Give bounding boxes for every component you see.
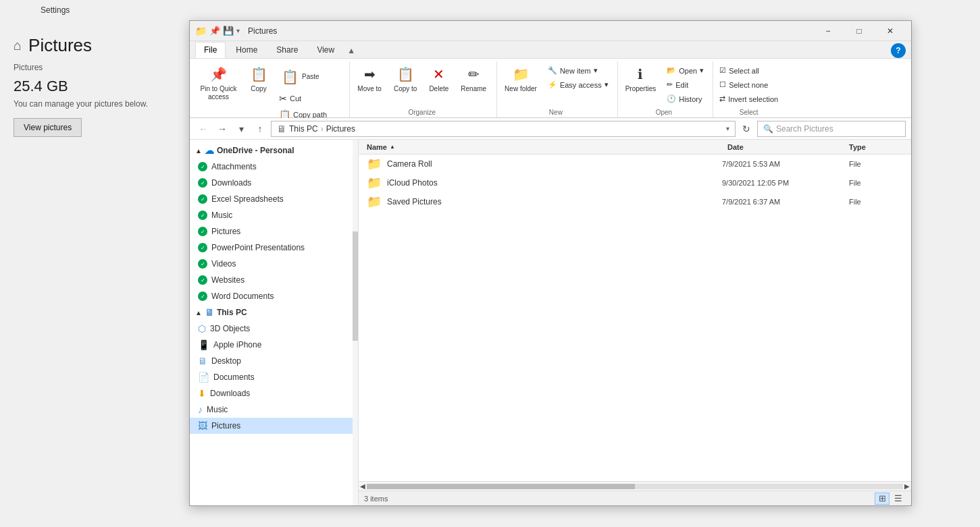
view-pictures-button[interactable]: View pictures: [14, 118, 82, 137]
h-scrollbar-thumb: [367, 484, 635, 489]
titlebar-dropdown-icon[interactable]: ▾: [236, 27, 240, 34]
sidebar-item-powerpoint[interactable]: ✓ PowerPoint Presentations: [190, 240, 358, 256]
sidebar-item-documents[interactable]: 📄 Documents: [190, 369, 358, 385]
open-icon: 📂: [667, 66, 676, 75]
sidebar-item-excel[interactable]: ✓ Excel Spreadsheets: [190, 191, 358, 207]
copy-icon: 📋: [249, 65, 268, 84]
properties-button[interactable]: ℹ Properties: [621, 61, 661, 96]
column-header-date[interactable]: Date: [727, 143, 849, 151]
sidebar-item-downloads[interactable]: ⬇ Downloads: [190, 385, 358, 401]
new-item-button[interactable]: 🔧 New item ▾: [544, 64, 612, 77]
pin-to-quick-access-button[interactable]: 📌 Pin to Quick access: [195, 61, 242, 105]
sidebar-item-apple-iphone[interactable]: 📱 Apple iPhone: [190, 337, 358, 353]
maximize-button[interactable]: □: [844, 21, 875, 41]
sidebar-music-label: Music: [207, 405, 353, 414]
clipboard-group: 📌 Pin to Quick access 📋 Copy 📋 Paste ✂: [192, 61, 350, 117]
settings-size: 25.4 GB: [14, 78, 176, 95]
column-header-type[interactable]: Type: [849, 143, 903, 151]
address-this-pc[interactable]: This PC: [289, 124, 318, 134]
sidebar-onedrive-header[interactable]: ▲ ☁ OneDrive - Personal: [190, 142, 358, 159]
edit-button[interactable]: ✏ Edit: [663, 78, 707, 91]
delete-icon: ✕: [430, 65, 448, 84]
recent-locations-button[interactable]: ▾: [233, 121, 249, 137]
select-all-button[interactable]: ☑ Select all: [716, 64, 781, 77]
titlebar-pin-icon: 📌: [209, 26, 220, 36]
tab-share[interactable]: Share: [267, 42, 307, 58]
ribbon-collapse-icon[interactable]: ▲: [344, 43, 358, 58]
invert-selection-button[interactable]: ⇄ Invert selection: [716, 92, 781, 105]
forward-button[interactable]: →: [214, 121, 230, 137]
file-date-icloud-photos: 9/30/2021 12:05 PM: [722, 179, 844, 187]
sidebar-item-music[interactable]: ♪ Music: [190, 401, 358, 418]
sidebar-websites-label: Websites: [211, 275, 353, 285]
delete-button[interactable]: ✕ Delete: [424, 61, 453, 96]
ribbon-help-button[interactable]: ?: [891, 43, 906, 58]
open-button[interactable]: 📂 Open ▾: [663, 64, 707, 77]
sidebar-item-pictures[interactable]: 🖼 Pictures: [190, 418, 358, 434]
new-group: 📁 New folder 🔧 New item ▾ ⚡ Easy access …: [497, 61, 618, 117]
settings-page-title: Pictures: [28, 35, 92, 56]
file-item-icloud-photos[interactable]: 📁 iCloud Photos 9/30/2021 12:05 PM File: [359, 173, 911, 192]
sidebar-item-attachments[interactable]: ✓ Attachments: [190, 159, 358, 175]
close-button[interactable]: ✕: [875, 21, 906, 41]
sidebar-item-3d-objects[interactable]: ⬡ 3D Objects: [190, 321, 358, 337]
open-column: 📂 Open ▾ ✏ Edit 🕐 History: [663, 61, 707, 105]
tab-view[interactable]: View: [308, 42, 343, 58]
new-item-icon: 🔧: [548, 66, 557, 75]
titlebar-title: Pictures: [248, 26, 277, 36]
this-pc-chevron-icon: ▲: [195, 309, 202, 316]
back-button[interactable]: ←: [195, 121, 211, 137]
cut-button[interactable]: ✂ Cut: [276, 91, 344, 106]
sidebar-item-desktop[interactable]: 🖥 Desktop: [190, 353, 358, 369]
address-bar[interactable]: 🖥 This PC › Pictures ▾: [271, 121, 736, 137]
sidebar-item-music-od[interactable]: ✓ Music: [190, 207, 358, 223]
scroll-right-icon[interactable]: ▶: [904, 482, 910, 490]
move-to-icon: ➡: [360, 65, 379, 84]
details-view-button[interactable]: ⊞: [875, 493, 889, 505]
up-button[interactable]: ↑: [252, 121, 268, 137]
history-button[interactable]: 🕐 History: [663, 92, 707, 105]
sidebar-item-websites[interactable]: ✓ Websites: [190, 272, 358, 288]
copy-to-button[interactable]: 📋 Copy to: [389, 61, 421, 96]
tab-file[interactable]: File: [195, 42, 226, 58]
new-group-label: New: [500, 107, 612, 117]
file-type-icloud-photos: File: [849, 179, 903, 187]
sidebar-item-word[interactable]: ✓ Word Documents: [190, 288, 358, 304]
address-separator: ›: [321, 124, 324, 134]
rename-icon: ✏: [464, 65, 483, 84]
easy-access-icon: ⚡: [548, 80, 557, 89]
column-headers: Name ▲ Date Type: [359, 140, 911, 155]
settings-description: You can manage your pictures below.: [14, 99, 176, 109]
refresh-button[interactable]: ↻: [738, 121, 754, 137]
view-toggle-buttons: ⊞ ☰: [875, 493, 906, 505]
titlebar-save-icon: 💾: [223, 26, 234, 36]
sidebar-item-videos-od[interactable]: ✓ Videos: [190, 256, 358, 272]
sidebar-3d-label: 3D Objects: [210, 324, 353, 333]
tab-home[interactable]: Home: [227, 42, 266, 58]
home-icon: ⌂: [14, 38, 22, 53]
sidebar-item-pictures-od[interactable]: ✓ Pictures: [190, 223, 358, 240]
address-dropdown-icon[interactable]: ▾: [726, 125, 729, 132]
file-type-camera-roll: File: [849, 160, 903, 168]
scroll-left-icon[interactable]: ◀: [360, 482, 365, 490]
move-to-button[interactable]: ➡ Move to: [353, 61, 386, 96]
search-bar[interactable]: 🔍 Search Pictures: [757, 121, 906, 137]
horizontal-scrollbar[interactable]: ◀ ▶: [359, 481, 911, 491]
sidebar-this-pc-label: This PC: [217, 308, 247, 317]
sidebar-item-downloads-od[interactable]: ✓ Downloads: [190, 175, 358, 191]
list-view-button[interactable]: ☰: [891, 493, 906, 505]
select-none-button[interactable]: ☐ Select none: [716, 78, 781, 91]
new-folder-button[interactable]: 📁 New folder: [500, 61, 542, 96]
column-header-name[interactable]: Name ▲: [367, 143, 727, 151]
address-pictures[interactable]: Pictures: [326, 124, 355, 134]
easy-access-button[interactable]: ⚡ Easy access ▾: [544, 78, 612, 91]
paste-button[interactable]: 📋 Paste: [276, 64, 344, 90]
sidebar-scrollbar[interactable]: [353, 140, 358, 505]
file-item-camera-roll[interactable]: 📁 Camera Roll 7/9/2021 5:53 AM File: [359, 155, 911, 173]
rename-button[interactable]: ✏ Rename: [456, 61, 491, 96]
new-folder-icon: 📁: [511, 65, 530, 84]
file-item-saved-pictures[interactable]: 📁 Saved Pictures 7/9/2021 6:37 AM File: [359, 192, 911, 211]
copy-button[interactable]: 📋 Copy: [244, 61, 273, 96]
sidebar-this-pc-header[interactable]: ▲ 🖥 This PC: [190, 304, 358, 321]
minimize-button[interactable]: −: [813, 21, 844, 41]
